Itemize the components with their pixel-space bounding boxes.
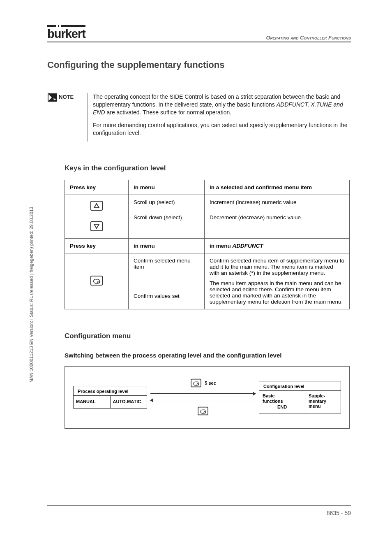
footer-rule (47, 505, 351, 506)
th-presskey2: Press key (65, 239, 129, 253)
cell: Scroll down (select) (134, 214, 199, 221)
config-menu-heading: Configuration menu (65, 332, 351, 340)
note-body: The operating concept for the SIDE Contr… (87, 93, 351, 142)
crop-mark (12, 12, 20, 20)
svg-point-1 (197, 384, 198, 385)
hand-key-icon (198, 407, 208, 415)
keys-table: Press key in menu in a selected and conf… (65, 180, 350, 309)
th-presskey: Press key (65, 180, 129, 195)
hand-key-icon (191, 379, 201, 387)
note-label: NOTE (59, 93, 87, 100)
footer-page-number: 8635 - 59 (327, 510, 351, 516)
manual-cell: MANUAL (74, 396, 111, 408)
crop-mark (363, 12, 371, 19)
th-addfunct: in menu ADDFUNCT (205, 239, 350, 253)
crop-mark (12, 521, 20, 529)
cell: Decrement (decrease) numeric value (210, 214, 344, 221)
cell: Confirm values set (134, 293, 199, 299)
note-icon (47, 93, 59, 104)
arrow-left-icon (150, 398, 256, 403)
cell: Confirm selected menu item (134, 258, 199, 270)
automatic-cell: AUTO-MATIC (111, 396, 147, 408)
down-key-icon (90, 221, 103, 231)
hand-key-icon (90, 276, 103, 286)
cell: Scroll up (select) (134, 199, 199, 205)
brand-logo: burkert (47, 27, 85, 41)
arrow-right-icon (150, 391, 256, 396)
supplementary-menu-cell: Supple- mentary menu (305, 391, 330, 413)
config-level-box: Configuration level Basic functions END … (259, 381, 341, 413)
level-switch-diagram: Process operating level MANUAL AUTO-MATI… (65, 366, 350, 429)
keys-heading: Keys in the configuration level (65, 164, 351, 172)
cell: The menu item appears in the main menu a… (210, 280, 344, 305)
duration-label: 5 sec (205, 381, 216, 385)
cell: Confirm selected menu item of supplement… (210, 258, 344, 276)
up-key-icon (90, 201, 103, 211)
section-header: Operating and Controller Functions (266, 35, 351, 41)
th-selected: in a selected and confirmed menu item (205, 180, 350, 195)
document-meta-sidebar: MAN 1000011213 EN Version: I Status: RL … (29, 207, 34, 383)
page-title: Configuring the supplementary functions (47, 60, 351, 70)
config-subheading: Switching between the process operating … (65, 352, 351, 359)
th-inmenu: in menu (129, 180, 205, 195)
basic-functions-cell: Basic functions END (259, 391, 305, 413)
cell: Increment (increase) numeric value (210, 199, 344, 205)
th-inmenu2: in menu (129, 239, 205, 253)
process-level-box: Process operating level MANUAL AUTO-MATI… (73, 386, 147, 409)
